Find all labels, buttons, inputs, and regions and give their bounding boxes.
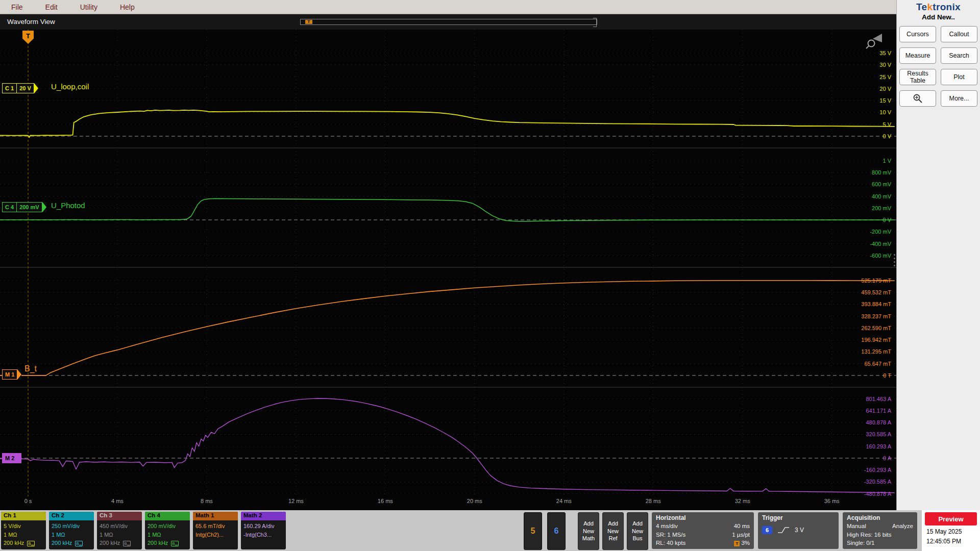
ref-button-5[interactable]: 5 [524, 512, 542, 550]
add-button-line: Add [583, 520, 594, 528]
scale-label: 0 V [883, 216, 891, 223]
channel-badge-ch3[interactable]: Ch 3450 mV/div1 MΩ200 kHzBW [97, 512, 142, 549]
scale-label: 459.532 mT [861, 289, 891, 296]
channel-setting-line: 65.6 mT/div [195, 522, 235, 531]
channel-setting-line: 5 V/div [4, 522, 43, 531]
horizontal-title: Horizontal [656, 514, 750, 522]
channel-badge-math1[interactable]: Math 165.6 mT/divIntg(Ch2)... [193, 512, 238, 549]
preview-button[interactable]: Preview [925, 512, 977, 525]
channel-badge-title: Ch 2 [49, 512, 94, 520]
channel-badge-settings: 200 mV/div1 MΩ200 kHzBW [145, 520, 190, 548]
channel-setting-line: 200 kHzBW [52, 539, 91, 548]
scale-label: 1 V [883, 157, 891, 164]
acquisition-title: Acquisition [847, 514, 913, 522]
horizontal-row: 4 ms/div40 ms [656, 522, 750, 531]
menu-items: FileEditUtilityHelp [11, 3, 135, 11]
channel-setting-line: 200 kHzBW [4, 539, 43, 548]
horizontal-value: T3% [734, 539, 750, 547]
add-button-line: Bus [633, 535, 643, 542]
horizontal-value: SR: 1 MS/s [656, 531, 685, 539]
panel-button-cursors[interactable]: Cursors [899, 26, 936, 42]
menu-item-utility[interactable]: Utility [80, 3, 97, 11]
panel-button-callout[interactable]: Callout [941, 26, 977, 42]
time-axis-label: 20 ms [467, 498, 482, 504]
time-axis-label: 12 ms [288, 498, 304, 504]
horizontal-position-slider[interactable]: T [300, 19, 597, 25]
panel-button-plot[interactable]: Plot [941, 69, 977, 85]
add-button-line: Ref [608, 535, 617, 542]
acquisition-value: High Res: 16 bits [847, 531, 892, 539]
panel-button-zoom[interactable] [899, 90, 936, 107]
trace-b-t [0, 281, 894, 375]
waveform-view-title: Waveform View [7, 18, 55, 26]
add-new-label: Add New.. [897, 13, 980, 21]
trace-name-label: B_t [24, 364, 37, 373]
rising-edge-icon [777, 526, 790, 534]
time-label: 12:45:05 PM [922, 537, 980, 546]
scale-label: 30 V [879, 61, 891, 68]
trace--intg-ch3- [0, 398, 894, 493]
channel-badge-title: Ch 1 [1, 512, 46, 520]
scale-label: 400 mV [872, 193, 891, 200]
channel-marker-c1[interactable]: C 120 V [2, 83, 38, 93]
add-new-ref-button[interactable]: AddNewRef [602, 512, 624, 550]
channel-marker-c4[interactable]: C 4200 mV [2, 202, 46, 212]
acquisition-row: ManualAnalyze [847, 522, 913, 531]
waveform-canvas[interactable] [0, 30, 896, 496]
trace-u-loop-coil [0, 110, 894, 137]
graticule-zoom-icon[interactable] [865, 32, 887, 51]
horizontal-value: RL: 40 kpts [656, 539, 685, 547]
channel-setting-line: 200 mV/div [148, 522, 187, 531]
channel-setting-line: 1 MΩ [4, 531, 43, 539]
time-axis-label: 24 ms [556, 498, 572, 504]
panel-button-measure[interactable]: Measure [899, 47, 936, 64]
scale-label: 0 T [883, 372, 891, 379]
channel-marker-m2[interactable]: M 2 [2, 453, 21, 463]
add-new-bus-button[interactable]: AddNewBus [627, 512, 648, 550]
channel-setting-line: 250 mV/div [52, 522, 91, 531]
ref-button-6[interactable]: 6 [547, 512, 566, 550]
channel-badge-ch1[interactable]: Ch 15 V/div1 MΩ200 kHzBW [1, 512, 46, 549]
horizontal-panel[interactable]: Horizontal 4 ms/div40 msSR: 1 MS/s1 µs/p… [652, 512, 754, 549]
waveform-view-titlebar: Waveform View T [0, 14, 896, 30]
channel-marker-label: C 1 [2, 83, 17, 93]
panel-button-search[interactable]: Search [941, 47, 977, 64]
menu-item-file[interactable]: File [11, 3, 23, 11]
horizontal-row: SR: 1 MS/s1 µs/pt [656, 531, 750, 539]
scale-label: 10 V [879, 109, 891, 116]
scale-label: -320.585 A [864, 478, 891, 485]
channel-setting-line: -Intg(Ch3... [243, 531, 283, 539]
panel-button-results-table[interactable]: Results Table [899, 69, 936, 85]
channel-badge-math2[interactable]: Math 2160.29 A/div-Intg(Ch3... [241, 512, 286, 549]
zoom-icon [913, 93, 923, 104]
add-button-line: Add [632, 520, 643, 528]
panel-splitter-handle[interactable] [892, 254, 896, 266]
time-axis-label: 32 ms [735, 498, 750, 504]
scale-label: -480.878 A [864, 490, 891, 497]
trigger-position-marker[interactable]: T [305, 20, 312, 24]
horizontal-value: 1 µs/pt [732, 531, 750, 539]
scale-label: -200 mV [870, 228, 891, 235]
trigger-source-badge[interactable]: 6 [762, 526, 772, 534]
channel-badge-title: Ch 4 [145, 512, 190, 520]
channel-badge-ch4[interactable]: Ch 4200 mV/div1 MΩ200 kHzBW [145, 512, 190, 549]
panel-button-more[interactable]: More... [941, 90, 977, 107]
date-label: 15 May 2025 [922, 527, 980, 537]
scale-label: 800 mV [872, 169, 891, 176]
add-button-line: Add [608, 520, 618, 528]
channel-badge-settings: 250 mV/div1 MΩ200 kHzBW [49, 520, 94, 548]
menu-item-help[interactable]: Help [120, 3, 135, 11]
scale-label: 600 mV [872, 181, 891, 188]
trigger-panel[interactable]: Trigger 6 3 V [758, 512, 839, 549]
acquisition-panel[interactable]: Acquisition ManualAnalyzeHigh Res: 16 bi… [843, 512, 917, 549]
scale-label: 320.585 A [866, 431, 891, 438]
scale-label: 25 V [879, 73, 891, 81]
scale-label: 15 V [879, 97, 891, 104]
channel-setting-line: 200 kHzBW [100, 539, 139, 548]
channel-badge-ch2[interactable]: Ch 2250 mV/div1 MΩ200 kHzBW [49, 512, 94, 549]
add-new-math-button[interactable]: AddNewMath [578, 512, 599, 550]
waveform-display[interactable]: 35 V30 V25 V20 V15 V10 V5 V0 V1 V800 mV6… [0, 30, 896, 510]
menu-item-edit[interactable]: Edit [45, 3, 58, 11]
channel-marker-m1[interactable]: M 1 [2, 369, 21, 380]
acquisition-value: Manual [847, 522, 866, 531]
